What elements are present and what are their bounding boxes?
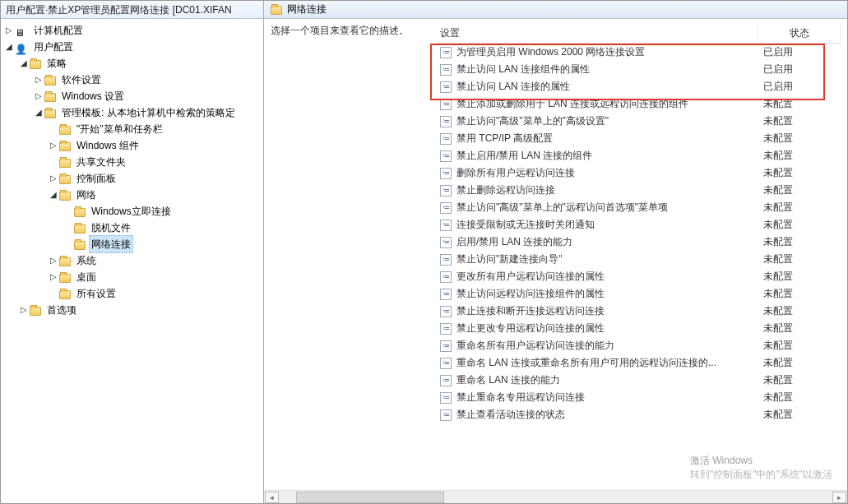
policy-item-icon: ≔ xyxy=(440,340,452,352)
status-cell: 未配置 xyxy=(758,251,841,268)
status-cell: 未配置 xyxy=(758,95,841,113)
policy-item-icon: ≔ xyxy=(440,99,452,110)
settings-row[interactable]: ≔禁止访问远程访问连接组件的属性未配置 xyxy=(435,285,841,303)
scroll-thumb[interactable] xyxy=(296,492,444,503)
tree-node-admin-templates: ◢ 管理模板: 从本地计算机中检索的策略定 ▷ xyxy=(34,104,262,302)
caret-down-icon[interactable]: ◢ xyxy=(49,190,58,200)
status-cell: 未配置 xyxy=(758,372,841,389)
tree-label: Windows 组件 xyxy=(74,136,141,155)
policy-item-icon: ≔ xyxy=(440,220,452,231)
tree-label: 系统 xyxy=(74,252,99,270)
settings-row[interactable]: ≔禁用 TCP/IP 高级配置未配置 xyxy=(435,130,841,147)
caret-right-icon[interactable]: ▷ xyxy=(49,141,58,150)
folder-icon xyxy=(59,192,71,201)
caret-right-icon[interactable]: ▷ xyxy=(34,91,44,101)
setting-cell: ≔禁止启用/禁用 LAN 连接的组件 xyxy=(435,147,758,164)
status-cell: 未配置 xyxy=(758,303,841,320)
settings-row[interactable]: ≔禁止访问 LAN 连接组件的属性已启用 xyxy=(435,61,841,78)
setting-status: 已启用 xyxy=(763,81,793,92)
settings-row[interactable]: ≔删除所有用户远程访问连接未配置 xyxy=(435,164,841,182)
scroll-right-icon[interactable]: ▸ xyxy=(832,492,846,503)
settings-row[interactable]: ≔禁止更改专用远程访问连接的属性未配置 xyxy=(435,320,841,337)
setting-status: 未配置 xyxy=(763,132,793,144)
settings-row[interactable]: ≔更改所有用户远程访问连接的属性未配置 xyxy=(435,268,841,285)
tree-panel: 用户配置·禁止XP管理员配置网络连接 [DC01.XIFAN ▷ 计算机配置 ◢… xyxy=(1,1,264,503)
settings-row[interactable]: ≔禁止启用/禁用 LAN 连接的组件未配置 xyxy=(435,147,841,164)
caret-right-icon[interactable]: ▷ xyxy=(49,272,58,282)
setting-name: 禁止访问"高级"菜单上的"远程访问首选项"菜单项 xyxy=(456,199,668,216)
setting-status: 未配置 xyxy=(763,219,793,230)
policy-item-icon: ≔ xyxy=(440,271,452,283)
tree-panel-title: 用户配置·禁止XP管理员配置网络连接 [DC01.XIFAN xyxy=(6,4,232,16)
settings-row[interactable]: ≔禁止访问"高级"菜单上的"高级设置"未配置 xyxy=(435,113,841,130)
setting-status: 未配置 xyxy=(763,167,793,178)
settings-row[interactable]: ≔重命名 LAN 连接的能力未配置 xyxy=(435,372,841,389)
policy-item-icon: ≔ xyxy=(440,47,452,58)
tree-node-system: ▷ 系统 xyxy=(49,252,262,269)
setting-cell: ≔禁用 TCP/IP 高级配置 xyxy=(435,130,758,147)
settings-row[interactable]: ≔连接受限制或无连接时关闭通知未配置 xyxy=(435,216,841,234)
column-header-setting[interactable]: 设置 xyxy=(435,24,758,43)
setting-name: 更改所有用户远程访问连接的属性 xyxy=(456,268,605,285)
setting-name: 禁止访问"新建连接向导" xyxy=(456,251,563,268)
setting-name: 禁止访问 LAN 连接组件的属性 xyxy=(456,61,590,78)
policy-item-icon: ≔ xyxy=(440,392,452,404)
settings-row[interactable]: ≔禁止删除远程访问连接未配置 xyxy=(435,182,841,199)
settings-row[interactable]: ≔禁止访问 LAN 连接的属性已启用 xyxy=(435,78,841,95)
status-cell: 未配置 xyxy=(758,130,841,147)
caret-down-icon[interactable]: ◢ xyxy=(4,42,14,52)
setting-name: 禁止重命名专用远程访问连接 xyxy=(456,389,585,406)
settings-row[interactable]: ≔禁止添加或删除用于 LAN 连接或远程访问连接的组件未配置 xyxy=(435,95,841,113)
scroll-left-icon[interactable]: ◂ xyxy=(265,492,279,503)
setting-name: 禁止更改专用远程访问连接的属性 xyxy=(456,320,605,337)
setting-cell: ≔禁止访问"高级"菜单上的"高级设置" xyxy=(435,113,758,130)
caret-right-icon[interactable]: ▷ xyxy=(49,256,58,266)
folder-icon xyxy=(59,290,71,299)
setting-name: 重命名 LAN 连接或重命名所有用户可用的远程访问连接的... xyxy=(456,354,716,372)
setting-status: 未配置 xyxy=(763,270,793,282)
setting-name: 禁止查看活动连接的状态 xyxy=(456,406,565,423)
caret-right-icon[interactable]: ▷ xyxy=(34,75,44,85)
caret-right-icon[interactable]: ▷ xyxy=(49,173,58,183)
horizontal-scrollbar[interactable]: ◂ ▸ xyxy=(264,490,847,503)
caret-down-icon[interactable]: ◢ xyxy=(19,58,29,68)
setting-cell: ≔禁止连接和断开连接远程访问连接 xyxy=(435,303,758,320)
caret-right-icon[interactable]: ▷ xyxy=(19,305,29,315)
settings-row[interactable]: ≔启用/禁用 LAN 连接的能力未配置 xyxy=(435,234,841,251)
settings-row[interactable]: ≔重命名 LAN 连接或重命名所有用户可用的远程访问连接的...未配置 xyxy=(435,354,841,372)
tree-node-win-settings: ▷ Windows 设置 xyxy=(34,88,262,104)
folder-icon xyxy=(59,126,71,135)
status-cell: 未配置 xyxy=(758,285,841,303)
tree-node-all-settings: ▷ 所有设置 xyxy=(49,285,262,302)
caret-down-icon[interactable]: ◢ xyxy=(34,108,44,118)
settings-row[interactable]: ≔禁止访问"新建连接向导"未配置 xyxy=(435,251,841,268)
status-cell: 未配置 xyxy=(758,216,841,234)
setting-status: 未配置 xyxy=(763,409,793,420)
setting-status: 未配置 xyxy=(763,340,793,351)
settings-row[interactable]: ≔重命名所有用户远程访问连接的能力未配置 xyxy=(435,337,841,354)
tree-label: Windows 设置 xyxy=(59,87,127,105)
policy-item-icon: ≔ xyxy=(440,64,452,76)
settings-row[interactable]: ≔禁止访问"高级"菜单上的"远程访问首选项"菜单项未配置 xyxy=(435,199,841,216)
setting-cell: ≔启用/禁用 LAN 连接的能力 xyxy=(435,234,758,251)
settings-row[interactable]: ≔禁止查看活动连接的状态未配置 xyxy=(435,406,841,423)
settings-panel-title: 网络连接 xyxy=(287,2,327,16)
policy-item-icon: ≔ xyxy=(440,202,452,214)
status-cell: 已启用 xyxy=(758,78,841,95)
nav-tree[interactable]: ▷ 计算机配置 ◢ 用户配置 ◢ 策略 xyxy=(1,19,263,503)
setting-name: 禁止连接和断开连接远程访问连接 xyxy=(456,303,605,320)
settings-row[interactable]: ≔为管理员启用 Windows 2000 网络连接设置已启用 xyxy=(435,44,841,61)
scroll-track[interactable] xyxy=(280,492,832,503)
settings-row[interactable]: ≔禁止重命名专用远程访问连接未配置 xyxy=(435,389,841,406)
column-header-status[interactable]: 状态 xyxy=(758,24,841,43)
setting-status: 未配置 xyxy=(763,236,793,247)
caret-right-icon[interactable]: ▷ xyxy=(4,25,14,35)
tree-node-offline-files: ▷ 脱机文件 xyxy=(63,220,262,236)
setting-name: 禁止访问"高级"菜单上的"高级设置" xyxy=(456,113,609,130)
folder-icon xyxy=(74,241,86,250)
status-cell: 未配置 xyxy=(758,389,841,406)
status-cell: 已启用 xyxy=(758,44,841,61)
setting-status: 未配置 xyxy=(763,391,793,403)
folder-icon xyxy=(30,307,41,316)
settings-row[interactable]: ≔禁止连接和断开连接远程访问连接未配置 xyxy=(435,303,841,320)
